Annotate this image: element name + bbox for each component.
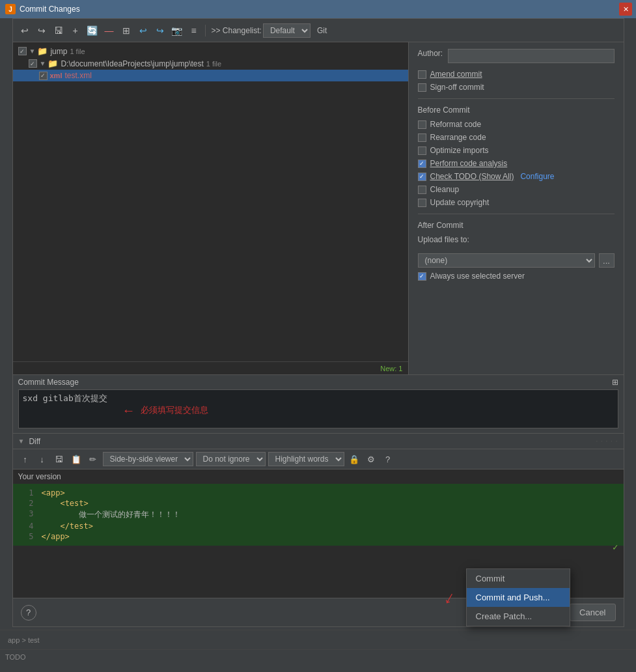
diff-viewer-select[interactable]: Side-by-side viewer bbox=[103, 452, 193, 466]
optimize-imports-label: Optimize imports bbox=[430, 146, 489, 155]
diff-header: ▼ Diff · · · · · bbox=[13, 434, 624, 449]
toolbar-save-btn[interactable]: 🖫 bbox=[51, 23, 66, 38]
line-content-1: <app> bbox=[42, 488, 65, 497]
update-copyright-label: Update copyright bbox=[430, 198, 490, 207]
tree-checkbox-path[interactable]: ✓ bbox=[29, 59, 37, 68]
commit-message-area: ← 必须填写提交信息 bbox=[18, 389, 618, 430]
git-label: Git bbox=[317, 26, 327, 35]
diff-toolbar: ↑ ↓ 🖫 📋 ✏ Side-by-side viewer Do not ign… bbox=[13, 449, 624, 469]
cleanup-label: Cleanup bbox=[430, 185, 460, 194]
tree-checkbox-jump[interactable]: ✓ bbox=[18, 47, 27, 55]
bottom-status: TODO bbox=[0, 649, 636, 664]
cancel-button[interactable]: Cancel bbox=[570, 604, 615, 621]
toolbar-remove-btn[interactable]: — bbox=[102, 23, 117, 38]
reformat-code-checkbox[interactable] bbox=[418, 120, 426, 129]
tree-item-path[interactable]: ✓ ▼ 📁 D:\document\IdeaProjects\jump\jump… bbox=[13, 57, 408, 70]
status-path: app > test bbox=[8, 636, 40, 644]
after-commit-label: After Commit bbox=[418, 221, 615, 230]
diff-down-btn[interactable]: ↓ bbox=[35, 453, 49, 466]
amend-commit-checkbox[interactable] bbox=[418, 70, 426, 79]
toolbar-camera-btn[interactable]: 📷 bbox=[169, 23, 185, 38]
diff-highlight-select[interactable]: Highlight words bbox=[268, 452, 344, 466]
file-icon-testxml: xml bbox=[50, 72, 62, 79]
todo-label: TODO bbox=[5, 653, 26, 661]
always-use-label: Always use selected server bbox=[430, 272, 525, 281]
commit-dropdown-menu: Commit Commit and Push... Create Patch..… bbox=[466, 568, 570, 626]
more-button[interactable]: ... bbox=[599, 253, 615, 268]
dropdown-item-commit-push[interactable]: Commit and Push... bbox=[467, 588, 570, 607]
tree-checkbox-testxml[interactable]: ✓ bbox=[39, 72, 48, 80]
always-use-checkbox[interactable]: ✓ bbox=[418, 272, 426, 281]
toolbar-refresh-btn[interactable]: ↪ bbox=[34, 23, 49, 38]
folder-icon-path: 📁 bbox=[48, 59, 58, 68]
diff-lock-btn[interactable]: 🔒 bbox=[347, 453, 361, 466]
dropdown-item-create-patch[interactable]: Create Patch... bbox=[467, 607, 570, 626]
toolbar: ↩ ↪ 🖫 + 🔄 — ⊞ ↩ ↪ 📷 ≡ >> Changelist: Def… bbox=[13, 19, 624, 42]
diff-save-btn[interactable]: 🖫 bbox=[52, 453, 66, 466]
dropdown-item-commit[interactable]: Commit bbox=[467, 569, 570, 588]
perform-analysis-checkbox[interactable]: ✓ bbox=[418, 160, 426, 168]
cleanup-row: Cleanup bbox=[418, 185, 615, 194]
rearrange-code-checkbox[interactable] bbox=[418, 133, 426, 142]
amend-commit-row: Amend commit bbox=[418, 70, 615, 79]
check-todo-row: ✓ Check TODO (Show All) Configure bbox=[418, 172, 615, 181]
status-bar-left: New: 1 bbox=[13, 361, 408, 374]
tree-label-testxml: test.xml bbox=[64, 71, 91, 80]
diff-ignore-select[interactable]: Do not ignore bbox=[196, 452, 266, 466]
diff-copy-btn[interactable]: 📋 bbox=[69, 453, 83, 466]
optimize-imports-row: Optimize imports bbox=[418, 146, 615, 155]
toolbar-menu-btn[interactable]: ≡ bbox=[186, 23, 202, 38]
author-input[interactable] bbox=[448, 49, 614, 63]
commit-message-input[interactable] bbox=[18, 389, 618, 428]
diff-drag-handle[interactable]: · · · · · bbox=[596, 436, 618, 446]
expand-icon[interactable]: ⊞ bbox=[612, 378, 618, 387]
file-tree: ✓ ▼ 📁 jump 1 file ✓ ▼ 📁 D:\document\Idea… bbox=[13, 42, 408, 361]
line-num-2: 2 bbox=[18, 499, 34, 508]
toolbar-update-btn[interactable]: 🔄 bbox=[85, 23, 100, 38]
checkmark-green: ✓ bbox=[613, 542, 618, 553]
help-button[interactable]: ? bbox=[21, 605, 36, 621]
reformat-code-row: Reformat code bbox=[418, 120, 615, 129]
optimize-imports-checkbox[interactable] bbox=[418, 147, 426, 155]
perform-analysis-row: ✓ Perform code analysis bbox=[418, 159, 615, 168]
update-copyright-row: Update copyright bbox=[418, 198, 615, 207]
changelist-dropdown[interactable]: Default bbox=[263, 23, 311, 38]
update-copyright-checkbox[interactable] bbox=[418, 199, 426, 207]
line-num-5: 5 bbox=[18, 532, 34, 541]
diff-edit-btn[interactable]: ✏ bbox=[86, 453, 100, 466]
toolbar-new-btn[interactable]: + bbox=[68, 23, 83, 38]
diff-version-label: Your version bbox=[13, 469, 624, 484]
upload-row: Upload files to: bbox=[418, 235, 615, 249]
upload-select[interactable]: (none) bbox=[418, 253, 595, 268]
rearrange-code-row: Rearrange code bbox=[418, 133, 615, 142]
cleanup-checkbox[interactable] bbox=[418, 186, 426, 194]
diff-settings-btn[interactable]: ⚙ bbox=[364, 453, 378, 466]
check-todo-checkbox[interactable]: ✓ bbox=[418, 173, 426, 181]
diff-title: Diff bbox=[29, 437, 40, 446]
line-num-3: 3 bbox=[18, 509, 34, 518]
line-content-3: 做一个测试的好青年！！！！ bbox=[42, 509, 181, 520]
code-line-5: 5 </app> bbox=[18, 531, 618, 542]
diff-help-btn[interactable]: ? bbox=[381, 453, 395, 466]
close-button[interactable]: ✕ bbox=[619, 3, 632, 16]
toolbar-add-btn[interactable]: ↩ bbox=[17, 23, 33, 38]
signoff-commit-checkbox[interactable] bbox=[418, 83, 426, 92]
toolbar-copy-btn[interactable]: ⊞ bbox=[118, 23, 134, 38]
toolbar-undo-btn[interactable]: ↩ bbox=[135, 23, 151, 38]
diff-toggle-arrow[interactable]: ▼ bbox=[18, 438, 25, 445]
always-use-row: ✓ Always use selected server bbox=[418, 272, 615, 281]
toolbar-redo-btn[interactable]: ↪ bbox=[152, 23, 168, 38]
author-row: Author: bbox=[418, 49, 615, 63]
configure-link[interactable]: Configure bbox=[520, 172, 554, 181]
diff-up-btn[interactable]: ↑ bbox=[18, 453, 33, 466]
tree-count-path: 1 file bbox=[206, 60, 221, 68]
signoff-commit-label: Sign-off commit bbox=[430, 83, 484, 92]
line-num-1: 1 bbox=[18, 488, 34, 497]
line-content-4: </test> bbox=[42, 522, 93, 531]
tree-item-testxml[interactable]: ✓ xml test.xml bbox=[13, 70, 408, 81]
tree-count-jump: 1 file bbox=[70, 48, 85, 55]
check-todo-label: Check TODO (Show All) bbox=[430, 172, 514, 181]
tree-item-jump[interactable]: ✓ ▼ 📁 jump 1 file bbox=[13, 45, 408, 57]
line-content-2: <test> bbox=[42, 499, 89, 508]
perform-analysis-label: Perform code analysis bbox=[430, 159, 508, 168]
